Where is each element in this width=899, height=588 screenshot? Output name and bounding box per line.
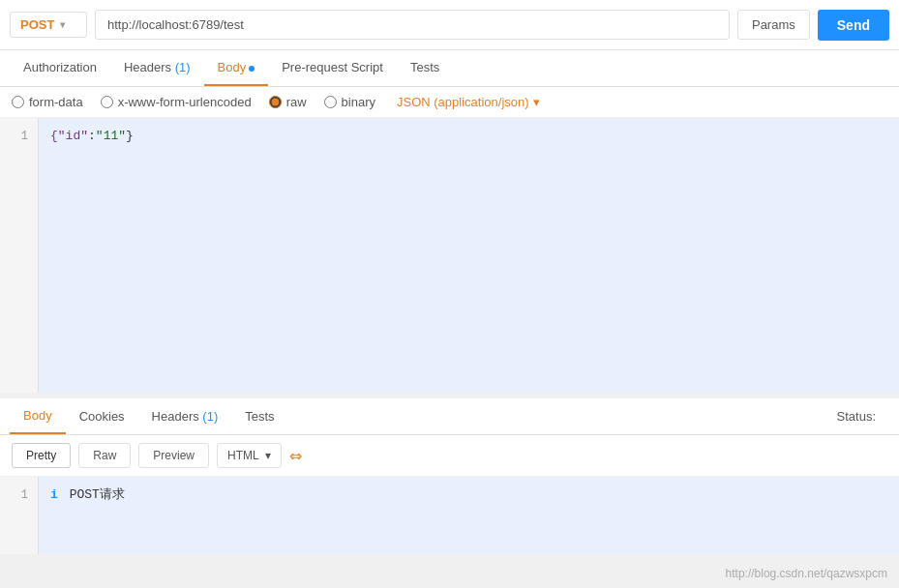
chevron-down-icon: ▾ [265,449,271,462]
tab-body[interactable]: Body [204,50,269,86]
tab-tests-request[interactable]: Tests [397,50,453,86]
option-raw[interactable]: raw [269,95,307,109]
pretty-button[interactable]: Pretty [12,443,71,468]
option-form-data[interactable]: form-data [12,95,83,109]
wrap-icon[interactable]: ⇔ [289,447,302,465]
code-key: {"id" [50,126,88,147]
resp-line-numbers: 1 [0,477,39,554]
option-binary[interactable]: binary [324,95,375,109]
line-numbers: 1 [0,118,39,393]
code-value: "11" [96,126,126,147]
body-tab-dot [249,66,255,72]
send-button[interactable]: Send [818,10,889,41]
resp-tab-body[interactable]: Body [10,398,66,434]
format-selector[interactable]: HTML ▾ [217,443,282,468]
json-format-selector[interactable]: JSON (application/json) ▾ [397,95,540,109]
code-content[interactable]: {"id":"11"} [39,118,899,393]
method-label: POST [20,17,54,32]
body-options: form-data x-www-form-urlencoded raw bina… [0,87,899,118]
editor-area: 1 {"id":"11"} [0,118,899,398]
tab-headers[interactable]: Headers (1) [110,50,204,86]
preview-button[interactable]: Preview [138,443,209,468]
resp-content: 1 i POST请求 [0,477,899,554]
resp-tab-cookies[interactable]: Cookies [66,399,138,433]
resp-tab-headers[interactable]: Headers (1) [138,399,232,433]
response-section: Body Cookies Headers (1) Tests Status: P… [0,398,899,554]
status-area: Status: [824,399,889,433]
top-bar: POST ▾ Params Send [0,0,899,50]
option-urlencoded[interactable]: x-www-form-urlencoded [101,95,252,109]
chevron-down-icon: ▾ [533,95,540,109]
resp-prefix: i [50,487,58,502]
url-input[interactable] [95,10,730,40]
request-tabs: Authorization Headers (1) Body Pre-reque… [0,50,899,87]
resp-code: i POST请求 [39,477,899,554]
method-selector[interactable]: POST ▾ [10,12,87,38]
code-line-1: {"id":"11"} [50,126,887,147]
resp-toolbar: Pretty Raw Preview HTML ▾ ⇔ [0,435,899,477]
tab-authorization[interactable]: Authorization [10,50,110,86]
resp-text: POST请求 [70,487,125,502]
response-tabs-bar: Body Cookies Headers (1) Tests Status: [0,398,899,435]
tab-pre-request[interactable]: Pre-request Script [268,50,397,86]
resp-tab-tests[interactable]: Tests [231,399,287,433]
chevron-down-icon: ▾ [60,19,65,30]
params-button[interactable]: Params [737,10,810,40]
raw-button[interactable]: Raw [78,443,131,468]
